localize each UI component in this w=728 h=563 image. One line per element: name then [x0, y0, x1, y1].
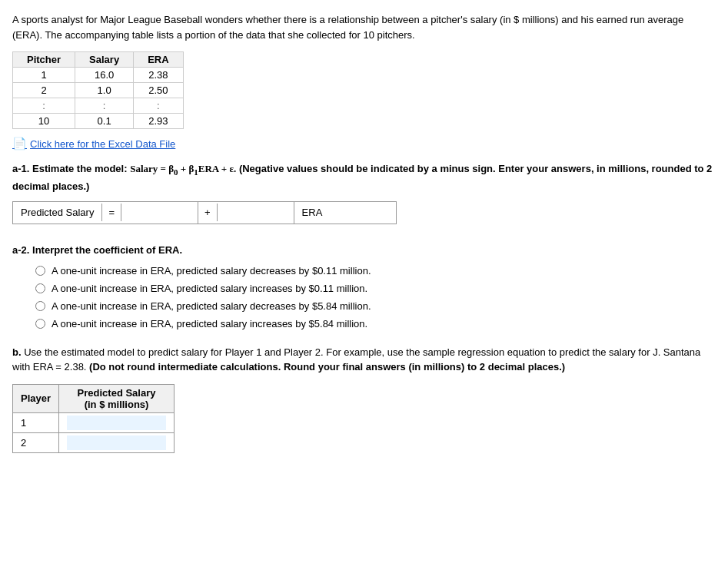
excel-icon: 📄 [12, 137, 27, 151]
table-cell: : [13, 98, 75, 114]
table-cell: 2 [13, 83, 75, 98]
plus-sign: + [198, 204, 218, 221]
radio-label-4: A one-unit increase in ERA, predicted sa… [52, 318, 367, 330]
table-cell: 10 [13, 114, 75, 129]
player-1-salary-input[interactable] [67, 416, 166, 430]
section-b: b. Use the estimated model to predict sa… [12, 345, 716, 453]
col-pitcher: Pitcher [13, 52, 75, 68]
excel-link[interactable]: 📄 Click here for the Excel Data File [12, 137, 716, 151]
radio-input-1[interactable] [35, 266, 45, 276]
era-label: ERA [294, 204, 331, 221]
data-table: Pitcher Salary ERA 116.02.3821.02.50:::1… [12, 51, 184, 129]
radio-option-1[interactable]: A one-unit increase in ERA, predicted sa… [12, 265, 716, 277]
radio-label-1: A one-unit increase in ERA, predicted sa… [52, 265, 371, 277]
player-table: Player Predicted Salary(in $ millions) 1… [12, 384, 175, 453]
salary-col-header: Predicted Salary(in $ millions) [59, 384, 175, 412]
predicted-salary-label: Predicted Salary [13, 204, 102, 221]
player-2-salary-input[interactable] [67, 435, 166, 450]
table-cell: 16.0 [75, 68, 134, 83]
table-cell: 1.0 [75, 83, 134, 98]
player-1-salary-cell[interactable] [59, 412, 175, 432]
intercept-input[interactable] [121, 202, 198, 224]
equals-sign: = [102, 204, 121, 221]
player-row-2: 2 [13, 432, 175, 452]
section-b-text: b. Use the estimated model to predict sa… [12, 345, 716, 375]
table-cell: 2.93 [134, 114, 183, 129]
radio-input-2[interactable] [35, 283, 45, 293]
player-1-label: 1 [13, 412, 59, 432]
intro-text: A sports analyst for Major League Baseba… [12, 12, 716, 42]
radio-option-2[interactable]: A one-unit increase in ERA, predicted sa… [12, 283, 716, 294]
radio-label-2: A one-unit increase in ERA, predicted sa… [52, 283, 367, 294]
table-cell: 2.38 [134, 68, 183, 83]
table-cell: 0.1 [75, 114, 134, 129]
section-a1-label: a-1. Estimate the model: Salary = β0 + β… [12, 161, 716, 195]
radio-option-3[interactable]: A one-unit increase in ERA, predicted sa… [12, 300, 716, 312]
player-2-label: 2 [13, 432, 59, 452]
coefficient-input[interactable] [218, 202, 294, 224]
col-era: ERA [134, 52, 183, 68]
table-cell: : [75, 98, 134, 114]
radio-input-3[interactable] [35, 301, 45, 311]
table-cell: : [134, 98, 183, 114]
radio-label-3: A one-unit increase in ERA, predicted sa… [52, 300, 371, 312]
player-col-header: Player [13, 384, 59, 412]
section-a2: a-2. Interpret the coefficient of ERA. A… [12, 243, 716, 330]
table-cell: 1 [13, 68, 75, 83]
section-a2-instruction: Interpret the coefficient of ERA. [32, 244, 182, 256]
radio-input-4[interactable] [35, 319, 45, 329]
player-2-salary-cell[interactable] [59, 432, 175, 452]
section-a2-label: a-2. Interpret the coefficient of ERA. [12, 243, 716, 259]
table-cell: 2.50 [134, 83, 183, 98]
section-b-instruction: Use the estimated model to predict salar… [12, 346, 700, 373]
excel-link-text: Click here for the Excel Data File [30, 138, 175, 150]
equation-row: Predicted Salary = + ERA [12, 201, 397, 224]
radio-option-4[interactable]: A one-unit increase in ERA, predicted sa… [12, 318, 716, 330]
col-salary: Salary [75, 52, 134, 68]
section-a1-instruction: Estimate the model: Salary = β0 + β1ERA … [12, 163, 712, 192]
player-row-1: 1 [13, 412, 175, 432]
